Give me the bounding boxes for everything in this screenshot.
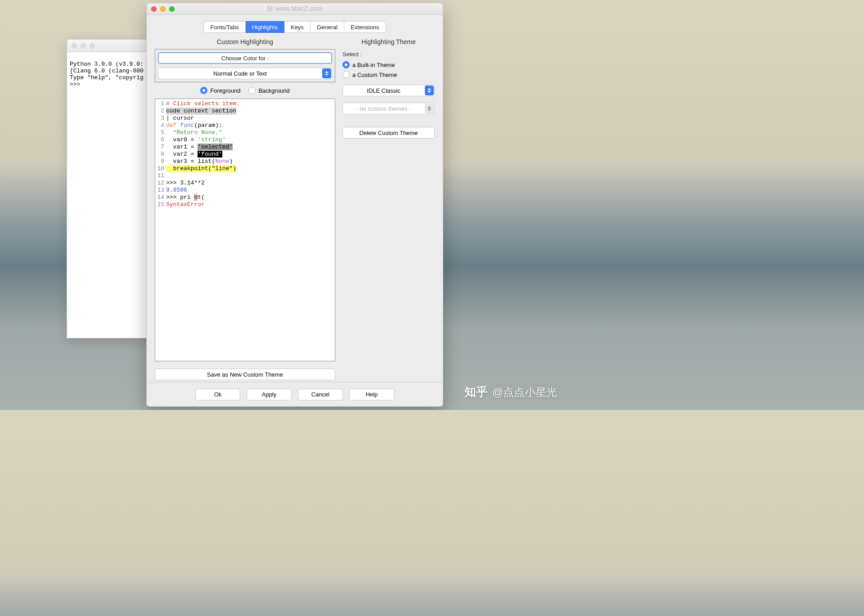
background-radio[interactable]: Background [248, 87, 289, 94]
highlighting-theme-title: Highlighting Theme [342, 38, 435, 45]
ok-button[interactable]: Ok [195, 389, 240, 400]
watermark-top: Ⓜ www.MacZ.com [147, 5, 443, 13]
shell-line1: Python 3.9.0 (v3.9.0: [70, 61, 144, 67]
preview-error[interactable]: SyntaxError [166, 201, 205, 208]
radio-dot-icon [248, 87, 256, 94]
custom-theme-select: - no custom themes - [342, 103, 435, 114]
dialog-titlebar: Ⓜ www.MacZ.com [147, 3, 443, 15]
fg-bg-radios: Foreground Background [155, 87, 335, 94]
foreground-radio[interactable]: Foreground [200, 87, 240, 94]
save-custom-theme-button[interactable]: Save as New Custom Theme [155, 369, 335, 380]
cancel-button[interactable]: Cancel [298, 389, 343, 400]
shell-traffic-lights [72, 43, 95, 49]
builtin-theme-select-button[interactable]: IDLE Classic [342, 85, 435, 96]
chevron-updown-icon [322, 68, 331, 78]
preview-selected[interactable]: 'selected' [198, 144, 233, 150]
tab-general[interactable]: General [310, 21, 344, 33]
shell-zoom-icon[interactable] [90, 43, 95, 49]
code-preview[interactable]: 1# Click selects item. 2code context sec… [155, 99, 335, 361]
shell-prompt: >>> [70, 81, 84, 88]
builtin-theme-select[interactable]: IDLE Classic [342, 85, 435, 96]
element-select[interactable]: Normal Code or Text [158, 67, 332, 79]
preview-shell[interactable]: >>> 3.14**2 [166, 180, 205, 187]
preview-builtin[interactable]: None [215, 158, 229, 165]
preview-stdout[interactable]: 9.8596 [166, 187, 187, 194]
choose-color-button[interactable]: Choose Color for : [158, 52, 332, 64]
custom-theme-radio[interactable]: a Custom Theme [342, 71, 435, 78]
dialog-footer: Ok Apply Cancel Help [147, 382, 443, 406]
preview-context[interactable]: code context section [166, 108, 236, 115]
preview-string[interactable]: 'string' [198, 136, 225, 143]
custom-theme-label: a Custom Theme [352, 72, 397, 78]
builtin-theme-label: a Built-in Theme [352, 62, 395, 68]
dialog-content: Custom Highlighting Choose Color for : N… [147, 33, 443, 382]
preview-breakpoint[interactable]: breakpoint("line") [166, 165, 236, 172]
preview-docstring[interactable]: "Return None." [166, 129, 222, 136]
right-column: Highlighting Theme Select : a Built-in T… [342, 36, 435, 380]
zhihu-logo: 知乎 [464, 384, 488, 400]
shell-line2: [Clang 6.0 (clang-600 [70, 67, 144, 74]
builtin-theme-radio[interactable]: a Built-in Theme [342, 61, 435, 68]
background-label: Background [258, 87, 289, 94]
watermark-bottom: 知乎 @点点小星光 [464, 384, 557, 400]
radio-dot-icon [342, 61, 350, 68]
left-column: Custom Highlighting Choose Color for : N… [155, 36, 335, 380]
apply-button[interactable]: Apply [247, 389, 292, 400]
select-label: Select : [342, 51, 435, 58]
color-chooser-box: Choose Color for : Normal Code or Text [155, 49, 335, 82]
foreground-label: Foreground [210, 87, 240, 94]
radio-dot-icon [342, 71, 350, 78]
settings-dialog: Ⓜ www.MacZ.com Fonts/Tabs Highlights Key… [146, 3, 443, 407]
tab-highlights[interactable]: Highlights [246, 21, 284, 33]
tabbar: Fonts/Tabs Highlights Keys General Exten… [147, 15, 443, 33]
element-select-button[interactable]: Normal Code or Text [158, 67, 332, 79]
radio-dot-icon [200, 87, 207, 94]
delete-custom-theme-button[interactable]: Delete Custom Theme [342, 127, 435, 139]
preview-comment[interactable]: # Click selects item. [166, 100, 240, 108]
shell-line3: Type "help", "copyrig [70, 74, 144, 81]
shell-minimize-icon[interactable] [81, 43, 86, 49]
chevron-updown-icon [425, 85, 434, 95]
preview-funcname[interactable]: func [180, 122, 194, 129]
help-button[interactable]: Help [349, 389, 394, 400]
custom-highlighting-title: Custom Highlighting [155, 38, 335, 45]
preview-keyword[interactable]: def [166, 122, 176, 129]
preview-cursor[interactable]: | cursor [166, 115, 194, 122]
zhihu-author: @点点小星光 [492, 385, 557, 400]
preview-found[interactable]: 'found' [198, 151, 222, 157]
tab-extensions[interactable]: Extensions [344, 21, 386, 33]
custom-theme-select-button: - no custom themes - [342, 103, 435, 114]
tab-keys[interactable]: Keys [284, 21, 310, 33]
chevron-updown-icon [425, 103, 434, 113]
shell-close-icon[interactable] [72, 43, 77, 49]
tab-fonts[interactable]: Fonts/Tabs [203, 21, 246, 33]
